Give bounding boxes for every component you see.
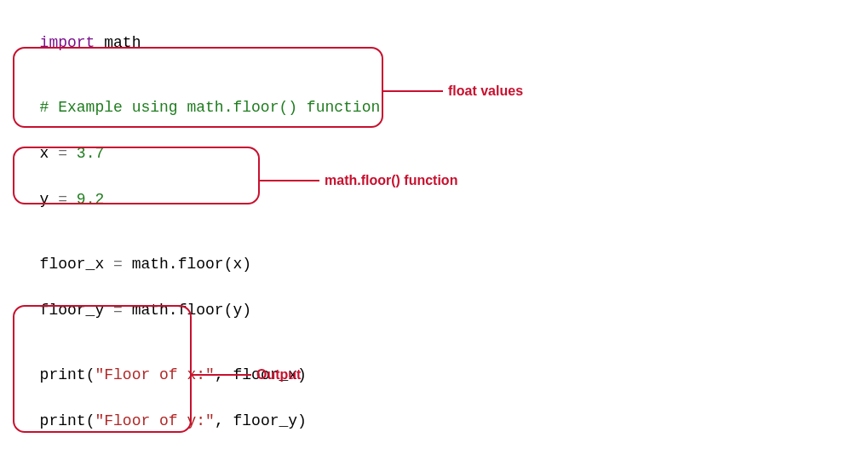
highlight-box-output <box>13 305 192 433</box>
code-line-floorx: floor_x = math.floor(x) <box>21 230 851 276</box>
connector-line <box>260 180 319 181</box>
annotation-mathfloor: math.floor() function <box>260 170 457 191</box>
annotation-label: Output <box>256 365 301 385</box>
highlight-box-float-values <box>13 47 383 128</box>
annotation-label: float values <box>448 81 523 101</box>
annotation-float-values: float values <box>383 81 523 101</box>
connector-line <box>383 90 443 92</box>
annotation-output: Output <box>192 365 301 385</box>
connector-line <box>192 374 251 376</box>
annotation-label: math.floor() function <box>325 170 457 191</box>
highlight-box-mathfloor <box>13 147 260 204</box>
